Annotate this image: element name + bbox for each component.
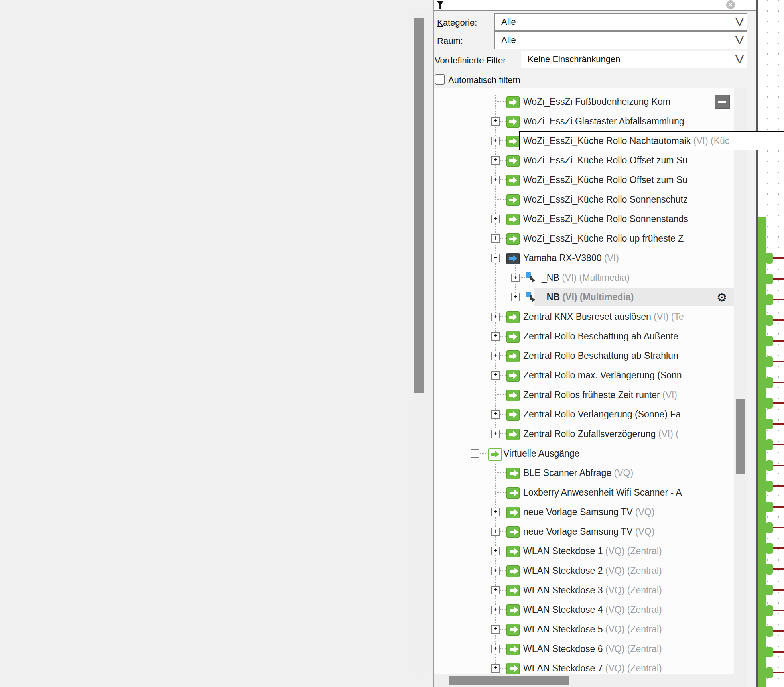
tree-item[interactable]: + WLAN Steckdose 7 (VQ) (Zentral) <box>434 659 734 674</box>
tree-item[interactable]: + Zentral Rollo Zufallsverzögerung (VI) … <box>434 424 734 443</box>
kategorie-select[interactable]: Alle V <box>494 13 747 31</box>
wire[interactable] <box>773 361 784 362</box>
tree-scrollbar-thumb[interactable] <box>736 399 745 474</box>
block-output-connector[interactable] <box>765 564 773 575</box>
tree-item[interactable]: WoZi_EssZi_Küche Rollo Sonnenschutz <box>434 190 734 209</box>
tree-item[interactable]: + WoZi_EssZi_Küche Rollo Offset zum Su <box>434 151 734 170</box>
block-output-connector[interactable] <box>765 626 773 637</box>
tree-expander-icon[interactable]: + <box>491 625 500 634</box>
tree-expander-icon[interactable]: + <box>511 274 520 282</box>
auto-filter-checkbox[interactable] <box>435 74 445 85</box>
wire[interactable] <box>773 319 784 321</box>
wire[interactable] <box>773 299 784 300</box>
panel-divider[interactable] <box>433 0 434 687</box>
tree-item[interactable]: Zentral Rollos früheste Zeit runter (VI) <box>434 385 734 404</box>
tree-expander-icon[interactable]: + <box>491 664 500 673</box>
tree-item[interactable]: BLE Scanner Abfrage (VQ) <box>434 463 734 482</box>
clear-search-icon[interactable]: ✕ <box>726 0 735 9</box>
block-output-connector[interactable] <box>765 543 773 554</box>
block-output-connector[interactable] <box>765 294 773 305</box>
wire[interactable] <box>773 444 784 445</box>
tree-item[interactable]: + WLAN Steckdose 4 (VQ) (Zentral) <box>434 600 734 619</box>
wire[interactable] <box>773 485 784 487</box>
tree-item[interactable]: + WLAN Steckdose 2 (VQ) (Zentral) <box>434 561 734 580</box>
tree-item[interactable]: + _NB (VI) (Multimedia) ⚙ <box>434 287 734 307</box>
block-output-connector[interactable] <box>765 585 773 595</box>
tree-expander-icon[interactable]: + <box>491 645 500 653</box>
block-output-connector[interactable] <box>765 419 773 429</box>
tree-item[interactable]: + neue Vorlage Samsung TV (VQ) <box>434 522 734 541</box>
wire[interactable] <box>773 382 784 383</box>
wire[interactable] <box>773 465 784 466</box>
tree-expander-icon[interactable]: + <box>491 371 500 380</box>
tree-item[interactable]: Loxberry Anwesenheit Wifi Scanner - A <box>434 483 734 502</box>
block-output-connector[interactable] <box>765 315 773 326</box>
tree-expander-icon[interactable]: − <box>471 449 479 458</box>
tree-item[interactable]: + Zentral Rollo Verlängerung (Sonne) Fa <box>434 405 734 424</box>
wire[interactable] <box>773 257 784 259</box>
raum-select[interactable]: Alle V <box>494 31 747 49</box>
tree-item[interactable]: + WLAN Steckdose 5 (VQ) (Zentral) <box>434 620 734 639</box>
tree-expander-icon[interactable]: + <box>491 508 500 516</box>
tree-expander-icon[interactable]: + <box>491 528 500 536</box>
block-output-connector[interactable] <box>765 481 773 492</box>
tree-expander-icon[interactable]: + <box>491 586 500 594</box>
wire[interactable] <box>773 651 784 653</box>
tree-expander-icon[interactable]: + <box>491 352 500 360</box>
wire[interactable] <box>773 610 784 611</box>
block-output-connector[interactable] <box>765 356 773 367</box>
wire[interactable] <box>773 278 784 280</box>
wire[interactable] <box>773 630 784 632</box>
tree-expander-icon[interactable]: + <box>491 234 500 243</box>
tree-expander-icon[interactable]: + <box>491 606 500 614</box>
tree-scrollbar-track[interactable] <box>734 88 747 674</box>
wire[interactable] <box>773 506 784 508</box>
tree-item[interactable]: + WoZi_EssZi_Küche Rollo Sonnenstands <box>434 209 734 228</box>
tree-item[interactable]: + Zentral KNX Busreset auslösen (VI) (Te <box>434 307 734 326</box>
tree-item[interactable]: + WoZi_EssZi_Küche Rollo Offset zum Su <box>434 170 734 189</box>
tree-item[interactable]: − Virtuelle Ausgänge <box>434 444 734 463</box>
block-output-connector[interactable] <box>765 274 773 284</box>
block-output-connector[interactable] <box>765 522 773 533</box>
tree-item[interactable]: + WLAN Steckdose 6 (VQ) (Zentral) <box>434 639 734 658</box>
wire[interactable] <box>773 527 784 528</box>
function-block-edge[interactable] <box>758 217 766 687</box>
tree-expander-icon[interactable]: + <box>491 332 500 341</box>
tree-item[interactable]: + WLAN Steckdose 1 (VQ) (Zentral) <box>434 541 734 561</box>
gear-icon[interactable]: ⚙ <box>717 291 727 304</box>
block-output-connector[interactable] <box>765 605 773 616</box>
tree-expander-icon[interactable]: + <box>491 410 500 419</box>
block-output-connector[interactable] <box>765 439 773 450</box>
wire[interactable] <box>773 589 784 591</box>
block-output-connector[interactable] <box>765 647 773 657</box>
tree-expander-icon[interactable]: + <box>491 176 500 184</box>
wire[interactable] <box>773 340 784 342</box>
tree-expander-icon[interactable]: + <box>491 313 500 321</box>
tree-expander-icon[interactable]: + <box>491 137 500 145</box>
tree-expander-icon[interactable]: + <box>491 156 500 165</box>
tree-item[interactable]: + WoZi_EssZi_Küche Rollo up früheste Z <box>434 229 734 248</box>
vordefinierte-filter-select[interactable]: Keine Einschränkungen V <box>521 51 747 68</box>
tree-item[interactable]: + _NB (VI) (Multimedia) <box>434 268 734 287</box>
tree-expander-icon[interactable]: + <box>491 567 500 575</box>
block-output-connector[interactable] <box>765 398 773 409</box>
collapse-button[interactable] <box>715 95 730 109</box>
left-scrollbar-thumb[interactable] <box>414 18 424 393</box>
tree-expander-icon[interactable]: + <box>491 547 500 555</box>
block-output-connector[interactable] <box>765 667 773 678</box>
tree-expander-icon[interactable]: + <box>491 117 500 126</box>
block-output-connector[interactable] <box>765 377 773 388</box>
wire[interactable] <box>773 402 784 404</box>
tree-expander-icon[interactable]: + <box>491 215 500 223</box>
tree-item[interactable]: + Zentral Rollo Beschattung ab Außente <box>434 327 734 346</box>
tree-hscrollbar-thumb[interactable] <box>449 676 569 685</box>
tree-search-input[interactable]: ✕ <box>434 0 756 11</box>
tree-expander-icon[interactable]: + <box>511 293 520 301</box>
block-output-connector[interactable] <box>765 253 773 264</box>
block-output-connector[interactable] <box>765 502 773 512</box>
tree-item[interactable]: + Zentral Rollo max. Verlängerung (Sonn <box>434 366 734 385</box>
tree-expander-icon[interactable]: − <box>491 254 500 262</box>
window-splitter[interactable] <box>756 0 758 687</box>
tree-item[interactable]: + Zentral Rollo Beschattung ab Strahlun <box>434 346 734 365</box>
tree-expander-icon[interactable]: + <box>491 430 500 438</box>
